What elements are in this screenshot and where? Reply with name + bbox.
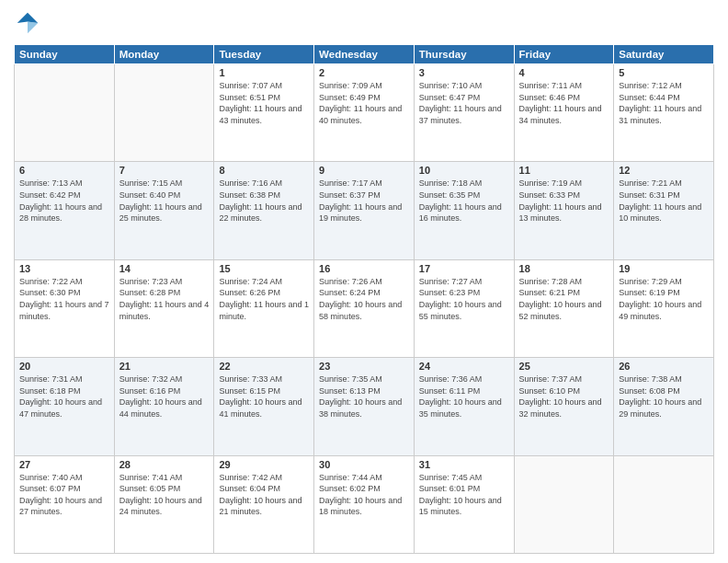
day-info: Sunrise: 7:44 AMSunset: 6:02 PMDaylight:… bbox=[319, 472, 409, 518]
calendar-cell: 25Sunrise: 7:37 AMSunset: 6:10 PMDayligh… bbox=[514, 358, 614, 455]
calendar-cell: 24Sunrise: 7:36 AMSunset: 6:11 PMDayligh… bbox=[414, 358, 514, 455]
calendar-cell: 27Sunrise: 7:40 AMSunset: 6:07 PMDayligh… bbox=[15, 455, 115, 553]
day-number: 25 bbox=[519, 361, 609, 372]
day-info: Sunrise: 7:33 AMSunset: 6:15 PMDaylight:… bbox=[219, 373, 309, 419]
day-number: 20 bbox=[19, 361, 109, 372]
day-number: 29 bbox=[219, 459, 309, 470]
calendar-cell bbox=[15, 64, 115, 162]
logo bbox=[14, 9, 45, 37]
calendar-cell: 15Sunrise: 7:24 AMSunset: 6:26 PMDayligh… bbox=[214, 259, 314, 357]
calendar-week-row: 20Sunrise: 7:31 AMSunset: 6:18 PMDayligh… bbox=[15, 358, 714, 455]
weekday-header: Friday bbox=[514, 45, 614, 64]
day-number: 27 bbox=[19, 459, 109, 470]
calendar-cell: 5Sunrise: 7:12 AMSunset: 6:44 PMDaylight… bbox=[614, 64, 714, 162]
calendar-week-row: 6Sunrise: 7:13 AMSunset: 6:42 PMDaylight… bbox=[15, 162, 714, 259]
weekday-header: Sunday bbox=[15, 45, 115, 64]
day-number: 18 bbox=[519, 263, 609, 274]
day-info: Sunrise: 7:13 AMSunset: 6:42 PMDaylight:… bbox=[19, 178, 109, 224]
day-info: Sunrise: 7:15 AMSunset: 6:40 PMDaylight:… bbox=[119, 178, 210, 224]
day-info: Sunrise: 7:28 AMSunset: 6:21 PMDaylight:… bbox=[519, 276, 609, 322]
calendar-cell: 3Sunrise: 7:10 AMSunset: 6:47 PMDaylight… bbox=[414, 64, 514, 162]
day-info: Sunrise: 7:45 AMSunset: 6:01 PMDaylight:… bbox=[419, 472, 509, 518]
header bbox=[14, 9, 714, 37]
day-info: Sunrise: 7:37 AMSunset: 6:10 PMDaylight:… bbox=[519, 373, 609, 419]
day-number: 22 bbox=[219, 361, 309, 372]
day-number: 6 bbox=[19, 165, 109, 176]
calendar-cell: 16Sunrise: 7:26 AMSunset: 6:24 PMDayligh… bbox=[314, 259, 415, 357]
calendar-week-row: 27Sunrise: 7:40 AMSunset: 6:07 PMDayligh… bbox=[15, 455, 714, 553]
calendar-cell bbox=[114, 64, 214, 162]
day-info: Sunrise: 7:18 AMSunset: 6:35 PMDaylight:… bbox=[419, 178, 509, 224]
day-number: 16 bbox=[319, 263, 409, 274]
calendar-cell: 4Sunrise: 7:11 AMSunset: 6:46 PMDaylight… bbox=[514, 64, 614, 162]
day-info: Sunrise: 7:23 AMSunset: 6:28 PMDaylight:… bbox=[119, 276, 210, 322]
svg-marker-0 bbox=[17, 13, 39, 23]
calendar-header: SundayMondayTuesdayWednesdayThursdayFrid… bbox=[15, 45, 714, 64]
calendar-cell: 9Sunrise: 7:17 AMSunset: 6:37 PMDaylight… bbox=[314, 162, 415, 259]
calendar-cell: 30Sunrise: 7:44 AMSunset: 6:02 PMDayligh… bbox=[314, 455, 415, 553]
calendar-cell bbox=[614, 455, 714, 553]
calendar-cell: 22Sunrise: 7:33 AMSunset: 6:15 PMDayligh… bbox=[214, 358, 314, 455]
day-info: Sunrise: 7:09 AMSunset: 6:49 PMDaylight:… bbox=[319, 80, 409, 126]
calendar-cell: 7Sunrise: 7:15 AMSunset: 6:40 PMDaylight… bbox=[114, 162, 214, 259]
day-info: Sunrise: 7:31 AMSunset: 6:18 PMDaylight:… bbox=[19, 373, 109, 419]
calendar-cell: 18Sunrise: 7:28 AMSunset: 6:21 PMDayligh… bbox=[514, 259, 614, 357]
day-info: Sunrise: 7:41 AMSunset: 6:05 PMDaylight:… bbox=[119, 472, 210, 518]
calendar-table: SundayMondayTuesdayWednesdayThursdayFrid… bbox=[14, 44, 714, 554]
day-number: 26 bbox=[619, 361, 709, 372]
day-info: Sunrise: 7:12 AMSunset: 6:44 PMDaylight:… bbox=[619, 80, 709, 126]
calendar-cell: 10Sunrise: 7:18 AMSunset: 6:35 PMDayligh… bbox=[414, 162, 514, 259]
day-info: Sunrise: 7:42 AMSunset: 6:04 PMDaylight:… bbox=[219, 472, 309, 518]
day-info: Sunrise: 7:32 AMSunset: 6:16 PMDaylight:… bbox=[119, 373, 210, 419]
calendar-cell: 23Sunrise: 7:35 AMSunset: 6:13 PMDayligh… bbox=[314, 358, 415, 455]
day-number: 12 bbox=[619, 165, 709, 176]
day-info: Sunrise: 7:21 AMSunset: 6:31 PMDaylight:… bbox=[619, 178, 709, 224]
calendar-cell: 6Sunrise: 7:13 AMSunset: 6:42 PMDaylight… bbox=[15, 162, 115, 259]
day-info: Sunrise: 7:36 AMSunset: 6:11 PMDaylight:… bbox=[419, 373, 509, 419]
day-number: 24 bbox=[419, 361, 509, 372]
day-info: Sunrise: 7:24 AMSunset: 6:26 PMDaylight:… bbox=[219, 276, 309, 322]
day-info: Sunrise: 7:26 AMSunset: 6:24 PMDaylight:… bbox=[319, 276, 409, 322]
calendar-week-row: 1Sunrise: 7:07 AMSunset: 6:51 PMDaylight… bbox=[15, 64, 714, 162]
calendar-cell: 28Sunrise: 7:41 AMSunset: 6:05 PMDayligh… bbox=[114, 455, 214, 553]
day-number: 15 bbox=[219, 263, 309, 274]
weekday-header: Tuesday bbox=[214, 45, 314, 64]
day-info: Sunrise: 7:17 AMSunset: 6:37 PMDaylight:… bbox=[319, 178, 409, 224]
calendar-cell: 31Sunrise: 7:45 AMSunset: 6:01 PMDayligh… bbox=[414, 455, 514, 553]
calendar-cell: 8Sunrise: 7:16 AMSunset: 6:38 PMDaylight… bbox=[214, 162, 314, 259]
day-number: 9 bbox=[319, 165, 409, 176]
calendar-week-row: 13Sunrise: 7:22 AMSunset: 6:30 PMDayligh… bbox=[15, 259, 714, 357]
day-number: 14 bbox=[119, 263, 210, 274]
calendar-body: 1Sunrise: 7:07 AMSunset: 6:51 PMDaylight… bbox=[15, 64, 714, 554]
calendar-cell: 19Sunrise: 7:29 AMSunset: 6:19 PMDayligh… bbox=[614, 259, 714, 357]
calendar-cell: 26Sunrise: 7:38 AMSunset: 6:08 PMDayligh… bbox=[614, 358, 714, 455]
day-number: 11 bbox=[519, 165, 609, 176]
day-info: Sunrise: 7:10 AMSunset: 6:47 PMDaylight:… bbox=[419, 80, 509, 126]
calendar-cell: 13Sunrise: 7:22 AMSunset: 6:30 PMDayligh… bbox=[15, 259, 115, 357]
weekday-header: Saturday bbox=[614, 45, 714, 64]
day-info: Sunrise: 7:29 AMSunset: 6:19 PMDaylight:… bbox=[619, 276, 709, 322]
day-number: 17 bbox=[419, 263, 509, 274]
calendar-cell: 17Sunrise: 7:27 AMSunset: 6:23 PMDayligh… bbox=[414, 259, 514, 357]
day-info: Sunrise: 7:35 AMSunset: 6:13 PMDaylight:… bbox=[319, 373, 409, 419]
day-number: 3 bbox=[419, 67, 509, 78]
calendar-cell bbox=[514, 455, 614, 553]
calendar-cell: 1Sunrise: 7:07 AMSunset: 6:51 PMDaylight… bbox=[214, 64, 314, 162]
day-number: 31 bbox=[419, 459, 509, 470]
calendar-cell: 11Sunrise: 7:19 AMSunset: 6:33 PMDayligh… bbox=[514, 162, 614, 259]
calendar-cell: 29Sunrise: 7:42 AMSunset: 6:04 PMDayligh… bbox=[214, 455, 314, 553]
day-info: Sunrise: 7:40 AMSunset: 6:07 PMDaylight:… bbox=[19, 472, 109, 518]
day-number: 4 bbox=[519, 67, 609, 78]
day-info: Sunrise: 7:16 AMSunset: 6:38 PMDaylight:… bbox=[219, 178, 309, 224]
day-number: 7 bbox=[119, 165, 210, 176]
day-number: 8 bbox=[219, 165, 309, 176]
day-number: 19 bbox=[619, 263, 709, 274]
day-number: 10 bbox=[419, 165, 509, 176]
day-number: 2 bbox=[319, 67, 409, 78]
calendar-cell: 12Sunrise: 7:21 AMSunset: 6:31 PMDayligh… bbox=[614, 162, 714, 259]
day-info: Sunrise: 7:22 AMSunset: 6:30 PMDaylight:… bbox=[19, 276, 109, 322]
calendar-cell: 20Sunrise: 7:31 AMSunset: 6:18 PMDayligh… bbox=[15, 358, 115, 455]
day-number: 5 bbox=[619, 67, 709, 78]
day-number: 1 bbox=[219, 67, 309, 78]
day-number: 23 bbox=[319, 361, 409, 372]
